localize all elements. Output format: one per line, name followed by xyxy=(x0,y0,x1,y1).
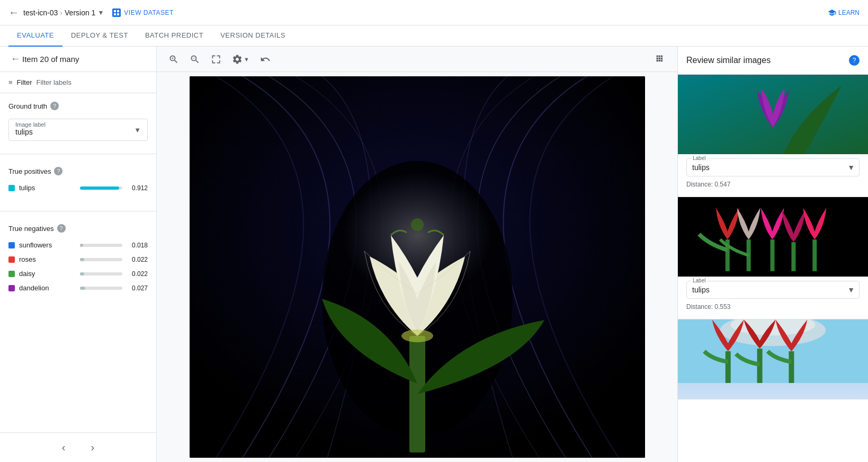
metric-daisy: daisy 0.022 xyxy=(8,270,148,278)
roses-value: 0.022 xyxy=(127,256,148,263)
dandelion-bar-container xyxy=(80,287,122,290)
dandelion-bar xyxy=(80,287,85,290)
undo-button[interactable] xyxy=(257,51,274,68)
tulips-value: 0.912 xyxy=(127,184,148,192)
similar-image-3-svg xyxy=(678,319,868,383)
tulips-color xyxy=(8,185,15,191)
card-1-label-select[interactable]: Label tulips ▼ xyxy=(686,158,860,176)
image-label-placeholder: Image label xyxy=(15,121,46,128)
grid-icon xyxy=(655,54,666,65)
svg-rect-2 xyxy=(114,13,116,15)
right-panel-header: Review similar images ? xyxy=(678,47,868,75)
card-2-label-select[interactable]: Label tulips ▼ xyxy=(686,281,860,299)
tulips-bar-container xyxy=(80,186,122,190)
svg-rect-21 xyxy=(726,351,731,383)
roses-bar-container xyxy=(80,258,122,261)
main-image xyxy=(190,76,645,458)
card-1-dropdown-arrow[interactable]: ▼ xyxy=(847,163,855,172)
ground-truth-help-icon[interactable]: ? xyxy=(50,102,59,110)
card-1-label-value: tulips xyxy=(692,163,710,172)
nav-tabs: EVALUATE DEPLOY & TEST BATCH PREDICT VER… xyxy=(0,25,868,47)
view-dataset-label: VIEW DATASET xyxy=(124,9,174,16)
card-2-label-wrapper: Label tulips ▼ xyxy=(686,281,860,299)
svg-rect-16 xyxy=(791,242,795,271)
project-name: test-icn-03 xyxy=(23,8,58,17)
sidebar-footer: ‹ › xyxy=(0,432,156,462)
metric-roses: roses 0.022 xyxy=(8,255,148,263)
card-1-info: Label tulips ▼ Distance: 0.547 xyxy=(678,154,868,197)
learn-icon xyxy=(828,8,836,17)
top-bar: ← test-icn-03 › Version 1 ▼ VIEW DATASET… xyxy=(0,0,868,25)
dandelion-value: 0.027 xyxy=(127,285,148,292)
ground-truth-title: Ground truth ? xyxy=(8,102,148,110)
true-negatives-label: True negatives xyxy=(8,225,54,233)
version-dropdown-arrow[interactable]: ▼ xyxy=(97,9,104,16)
sunflowers-name: sunflowers xyxy=(19,241,76,249)
top-bar-left: ← test-icn-03 › Version 1 ▼ VIEW DATASET xyxy=(8,6,828,19)
ground-truth-label: Ground truth xyxy=(8,102,47,110)
fit-icon xyxy=(211,54,221,65)
version-label: Version 1 xyxy=(65,8,95,17)
breadcrumb: test-icn-03 › Version 1 ▼ xyxy=(23,8,104,17)
true-positives-label: True positives xyxy=(8,167,51,175)
tulips-bar xyxy=(80,186,119,190)
tab-evaluate[interactable]: EVALUATE xyxy=(8,25,62,47)
roses-bar xyxy=(80,258,84,261)
metric-tulips: tulips 0.912 xyxy=(8,184,148,192)
next-item-button[interactable]: › xyxy=(87,439,99,456)
image-label-select[interactable]: Image label tulips ▼ xyxy=(8,119,148,141)
true-positives-section: True positives ? tulips 0.912 xyxy=(0,158,156,207)
zoom-in-button[interactable] xyxy=(165,51,182,68)
tab-deploy-test[interactable]: DEPLOY & TEST xyxy=(62,25,137,47)
zoom-out-button[interactable] xyxy=(186,51,203,68)
filter-labels-link[interactable]: Filter labels xyxy=(36,78,71,86)
card-2-dropdown-arrow[interactable]: ▼ xyxy=(847,286,855,294)
metric-dandelion: dandelion 0.027 xyxy=(8,284,148,292)
card-2-info: Label tulips ▼ Distance: 0.553 xyxy=(678,277,868,319)
zoom-in-icon xyxy=(168,54,179,65)
back-item-button[interactable]: ← xyxy=(8,51,22,67)
image-area xyxy=(157,72,677,462)
right-panel: Review similar images ? xyxy=(677,47,868,462)
sunflowers-value: 0.018 xyxy=(127,242,148,249)
filter-row: ≡ Filter Filter labels xyxy=(0,72,156,93)
fit-button[interactable] xyxy=(208,51,225,68)
undo-icon xyxy=(260,54,271,65)
view-dataset-button[interactable]: VIEW DATASET xyxy=(108,6,178,19)
view-dataset-icon xyxy=(112,8,121,17)
dandelion-color xyxy=(8,285,15,291)
card-1-label-header: Label xyxy=(691,155,707,161)
true-positives-help-icon[interactable]: ? xyxy=(54,167,62,175)
grid-view-button[interactable] xyxy=(652,51,669,68)
svg-rect-1 xyxy=(117,10,119,12)
daisy-name: daisy xyxy=(19,270,76,278)
prev-item-button[interactable]: ‹ xyxy=(58,439,70,456)
settings-button[interactable]: ▼ xyxy=(229,51,253,68)
sunflowers-color xyxy=(8,242,15,248)
sidebar: ← Item 20 of many ≡ Filter Filter labels… xyxy=(0,47,157,462)
ground-truth-section: Ground truth ? Image label tulips ▼ xyxy=(0,93,156,149)
filter-label: Filter xyxy=(17,78,32,86)
sidebar-header: ← Item 20 of many xyxy=(0,47,156,72)
tab-batch-predict[interactable]: BATCH PREDICT xyxy=(137,25,212,47)
right-panel-title: Review similar images xyxy=(686,56,771,65)
top-bar-right: LEARN xyxy=(828,8,860,17)
dataset-svg-icon xyxy=(113,10,120,16)
true-negatives-section: True negatives ? sunflowers 0.018 roses … xyxy=(0,216,156,307)
daisy-color xyxy=(8,271,15,277)
svg-rect-15 xyxy=(771,239,775,271)
learn-button[interactable]: LEARN xyxy=(828,8,860,17)
card-1-distance: Distance: 0.547 xyxy=(686,181,860,188)
svg-point-9 xyxy=(401,330,433,342)
similar-image-1-svg xyxy=(678,75,868,154)
zoom-out-icon xyxy=(190,54,200,65)
similar-image-2 xyxy=(678,197,868,277)
similar-image-3 xyxy=(678,319,868,399)
back-button[interactable]: ← xyxy=(8,6,19,19)
true-negatives-help-icon[interactable]: ? xyxy=(57,224,66,233)
svg-rect-0 xyxy=(114,10,116,12)
sunflowers-bar xyxy=(80,244,83,247)
similar-image-2-svg xyxy=(678,197,868,277)
right-panel-help-icon[interactable]: ? xyxy=(849,55,860,66)
tab-version-details[interactable]: VERSION DETAILS xyxy=(212,25,294,47)
